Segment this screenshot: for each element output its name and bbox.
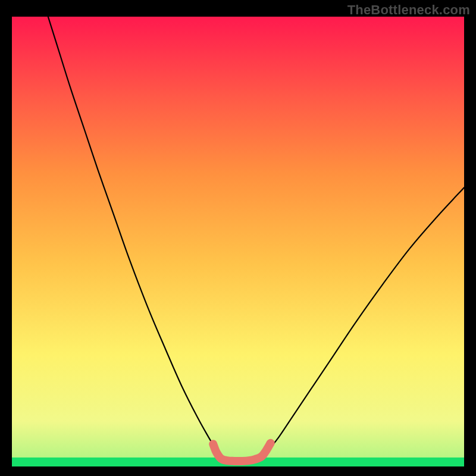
gradient-background <box>12 17 464 466</box>
plot-svg <box>12 17 464 466</box>
watermark-text: TheBottleneck.com <box>347 2 470 18</box>
plot-area <box>12 17 464 466</box>
chart-frame: TheBottleneck.com <box>0 0 476 476</box>
